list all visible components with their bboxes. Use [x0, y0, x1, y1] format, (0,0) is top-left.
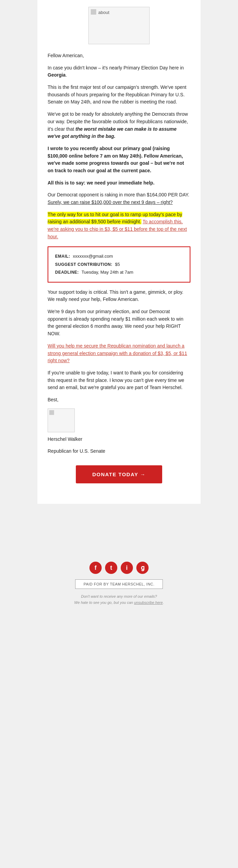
deadline-value: Tuesday, May 24th at 7am	[82, 270, 133, 275]
signature-name: Herschel Walker	[48, 436, 190, 443]
contribution-value: $5	[115, 262, 120, 267]
header-image: about	[88, 7, 150, 44]
unsubscribe-text: Don't want to receive any more of our em…	[7, 594, 231, 606]
nomination-link[interactable]: Will you help me secure the Republican n…	[48, 343, 187, 363]
contribution-label: SUGGEST CONTRIBUTION:	[55, 262, 113, 267]
instagram-icon[interactable]: i	[121, 562, 133, 574]
paragraph-4: I wrote to you recently about our primar…	[48, 145, 190, 175]
footer-spacer	[7, 521, 231, 562]
donate-button[interactable]: DONATE TODAY →	[76, 465, 162, 483]
paragraph-1: In case you didn't know – it's nearly Pr…	[48, 64, 190, 79]
signature-image	[48, 408, 75, 432]
paragraph-2: This is the first major test of our camp…	[48, 84, 190, 106]
paragraph-9: We're 9 days from our primary election, …	[48, 308, 190, 338]
unsubscribe-line1: Don't want to receive any more of our em…	[81, 594, 157, 598]
paragraph-11: If you're unable to give today, I want t…	[48, 369, 190, 391]
unsubscribe-line2: We hate to see you go, but you can unsub…	[74, 600, 164, 605]
paragraph-6: Our Democrat opponent is raking in more …	[48, 191, 190, 206]
twitter-icon[interactable]: t	[105, 562, 117, 574]
header-image-container: about	[48, 7, 190, 45]
email-value: xxxxxxx@gmail.com	[73, 254, 113, 259]
signature-title: Republican for U.S. Senate	[48, 448, 190, 455]
facebook-icon[interactable]: f	[89, 562, 102, 574]
header-image-label: about	[98, 10, 109, 15]
paragraph-8: Your support today is critical. This isn…	[48, 289, 190, 303]
unsubscribe-link[interactable]: unsubscribe here	[134, 600, 163, 605]
other-social-icon[interactable]: ɡ	[136, 562, 149, 574]
deadline-label: DEADLINE:	[55, 270, 79, 275]
salutation: Fellow American,	[48, 52, 190, 60]
paragraph-3: We've got to be ready for absolutely any…	[48, 111, 190, 140]
paragraph-10: Will you help me secure the Republican n…	[48, 342, 190, 365]
email-label: EMAIL:	[55, 254, 70, 259]
paragraph-best: Best,	[48, 396, 190, 404]
info-box: EMAIL: xxxxxxx@gmail.com SUGGEST CONTRIB…	[48, 246, 190, 282]
paid-for-container: PAID FOR BY TEAM HERSCHEL, INC.	[7, 579, 231, 594]
social-icons: f t i ɡ	[7, 562, 231, 574]
paid-for-text: PAID FOR BY TEAM HERSCHEL, INC.	[75, 579, 163, 589]
paragraph-5: All this is to say: we need your immedia…	[48, 179, 190, 187]
donate-button-container: DONATE TODAY →	[48, 465, 190, 483]
footer: f t i ɡ PAID FOR BY TEAM HERSCHEL, INC. …	[0, 511, 238, 616]
paragraph-7: The only way for us to hit our goal is t…	[48, 211, 190, 241]
